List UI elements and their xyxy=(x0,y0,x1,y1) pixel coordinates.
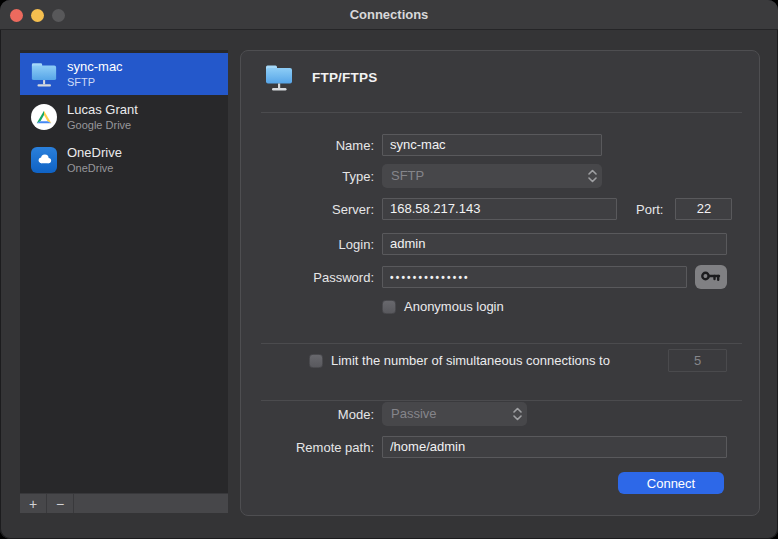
connection-title: OneDrive xyxy=(67,145,122,161)
divider xyxy=(261,400,742,401)
mode-select-value: Passive xyxy=(391,406,437,421)
window-title: Connections xyxy=(0,0,778,30)
connection-subtitle: OneDrive xyxy=(67,161,122,175)
list-item-lucas-grant[interactable]: Lucas Grant Google Drive xyxy=(20,96,228,138)
connections-window: Connections sync-mac SFTP xyxy=(0,0,778,539)
title-bar: Connections xyxy=(0,0,778,30)
password-input[interactable] xyxy=(382,266,687,288)
zoom-button xyxy=(52,9,65,22)
port-label: Port: xyxy=(636,202,663,217)
server-label: Server: xyxy=(241,202,374,217)
connections-list: sync-mac SFTP Lucas Grant Google Drive xyxy=(20,50,228,493)
close-button[interactable] xyxy=(10,9,23,22)
server-input[interactable] xyxy=(382,198,617,220)
limit-connections-checkbox[interactable] xyxy=(309,354,323,368)
divider xyxy=(261,112,742,113)
login-input[interactable] xyxy=(382,233,727,255)
login-row: Login: xyxy=(241,233,759,255)
divider xyxy=(261,343,742,344)
anonymous-row: Anonymous login xyxy=(241,299,759,314)
anonymous-login-label: Anonymous login xyxy=(404,299,504,314)
remote-path-input[interactable] xyxy=(382,436,727,458)
name-row: Name: xyxy=(241,134,759,156)
key-icon xyxy=(700,269,722,286)
type-label: Type: xyxy=(241,169,374,184)
type-select-value: SFTP xyxy=(391,168,424,183)
protocol-title: FTP/FTPS xyxy=(312,70,377,85)
password-row: Password: xyxy=(241,265,759,289)
type-row: Type: SFTP xyxy=(241,164,759,188)
onedrive-icon xyxy=(28,144,60,176)
mode-select[interactable]: Passive xyxy=(382,402,527,426)
mode-row: Mode: Passive xyxy=(241,402,759,426)
chevron-up-down-icon xyxy=(588,169,597,183)
panel-header: FTP/FTPS xyxy=(263,62,377,92)
show-password-key-button[interactable] xyxy=(695,265,727,289)
minimize-button[interactable] xyxy=(31,9,44,22)
name-label: Name: xyxy=(241,138,374,153)
limit-connections-label: Limit the number of simultaneous connect… xyxy=(331,353,610,368)
folder-network-icon xyxy=(28,58,60,90)
list-item-sync-mac[interactable]: sync-mac SFTP xyxy=(20,53,228,95)
connection-title: Lucas Grant xyxy=(67,102,138,118)
connect-button[interactable]: Connect xyxy=(618,472,724,494)
list-item-text: Lucas Grant Google Drive xyxy=(67,102,138,132)
remote-path-label: Remote path: xyxy=(241,440,374,455)
mode-label: Mode: xyxy=(241,407,374,422)
list-item-text: OneDrive OneDrive xyxy=(67,145,122,175)
add-connection-button[interactable]: + xyxy=(20,494,47,513)
anonymous-login-checkbox[interactable] xyxy=(382,300,396,314)
login-label: Login: xyxy=(241,237,374,252)
server-row: Server: Port: xyxy=(241,198,759,220)
limit-count-input[interactable] xyxy=(668,349,727,372)
remove-connection-button[interactable]: − xyxy=(47,494,74,513)
google-drive-icon xyxy=(28,101,60,133)
chevron-up-down-icon xyxy=(513,407,522,421)
connection-title: sync-mac xyxy=(67,59,123,75)
password-label: Password: xyxy=(241,270,374,285)
connection-subtitle: SFTP xyxy=(67,75,123,89)
name-input[interactable] xyxy=(382,134,602,156)
port-input[interactable] xyxy=(675,198,732,220)
folder-network-icon xyxy=(263,62,295,92)
remote-path-row: Remote path: xyxy=(241,436,759,458)
limit-row: Limit the number of simultaneous connect… xyxy=(241,349,759,372)
toolbar-filler xyxy=(74,494,228,513)
list-item-text: sync-mac SFTP xyxy=(67,59,123,89)
connection-subtitle: Google Drive xyxy=(67,118,138,132)
type-select[interactable]: SFTP xyxy=(382,164,602,188)
list-toolbar: + − xyxy=(20,493,228,513)
connection-detail-panel: FTP/FTPS Name: Type: SFTP Server: xyxy=(240,50,760,516)
list-item-onedrive[interactable]: OneDrive OneDrive xyxy=(20,139,228,181)
